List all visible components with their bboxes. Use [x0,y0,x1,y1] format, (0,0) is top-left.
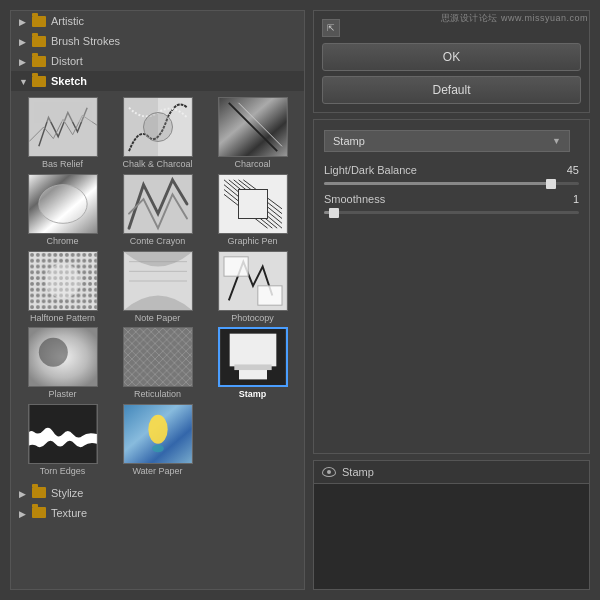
sidebar-item-stylize[interactable]: ▶ Stylize [11,483,304,503]
thumb-preview [218,174,288,234]
arrow-down-icon: ▼ [19,77,27,85]
sidebar-item-label: Sketch [51,75,87,87]
param-value: 45 [554,164,579,176]
arrow-icon: ▶ [19,17,27,25]
svg-rect-37 [234,365,271,371]
eye-icon[interactable] [322,467,336,477]
preview-label: Stamp [342,466,374,478]
thumb-preview [218,251,288,311]
preview-header: Stamp [314,461,589,484]
arrow-icon: ▶ [19,57,27,65]
filter-label: Conte Crayon [130,236,186,247]
filter-label: Torn Edges [40,466,86,477]
thumb-preview [218,97,288,157]
filter-charcoal[interactable]: Charcoal [207,97,298,170]
filter-label: Halftone Pattern [30,313,95,324]
svg-point-31 [38,338,67,367]
thumb-preview [123,327,193,387]
watermark: 思源设计论坛 www.missyuan.com [441,12,588,25]
param-value: 1 [554,193,579,205]
thumb-preview [123,251,193,311]
arrow-icon: ▶ [19,37,27,45]
thumb-preview [28,174,98,234]
svg-rect-28 [224,256,248,275]
filter-label: Reticulation [134,389,181,400]
settings-panel: Stamp ▼ Light/Dark Balance 45 Smoothness… [313,119,590,454]
filter-water-paper[interactable]: Water Paper [112,404,203,477]
thumb-preview [218,327,288,387]
filter-dropdown-row: Stamp ▼ [324,130,579,152]
folder-icon [32,487,46,498]
sidebar-item-texture[interactable]: ▶ Texture [11,503,304,523]
thumb-preview [28,251,98,311]
filter-graphic-pen[interactable]: Graphic Pen [207,174,298,247]
svg-rect-11 [124,175,192,233]
svg-rect-29 [257,285,281,304]
thumb-preview [123,97,193,157]
filter-label: Chalk & Charcoal [122,159,192,170]
filter-conte-crayon[interactable]: Conte Crayon [112,174,203,247]
filter-halftone[interactable]: Halftone Pattern [17,251,108,324]
folder-icon [32,76,46,87]
folder-icon [32,16,46,27]
sidebar-item-artistic[interactable]: ▶ Artistic [11,11,304,31]
sidebar-item-sketch[interactable]: ▼ Sketch [11,71,304,91]
preview-panel: Stamp [313,460,590,590]
filter-chrome[interactable]: Chrome [17,174,108,247]
sidebar-item-distort[interactable]: ▶ Distort [11,51,304,71]
filter-label: Bas Relief [42,159,83,170]
filter-reticulation[interactable]: Reticulation [112,327,203,400]
filter-label: Chrome [46,236,78,247]
filter-label: Stamp [239,389,267,400]
filter-chalk-charcoal[interactable]: Chalk & Charcoal [112,97,203,170]
filter-bas-relief[interactable]: Bas Relief [17,97,108,170]
arrow-icon: ▶ [19,489,27,497]
filter-torn-edges[interactable]: Torn Edges [17,404,108,477]
param-row-smoothness: Smoothness 1 [324,193,579,205]
slider-fill [324,182,554,185]
filter-label: Photocopy [231,313,274,324]
svg-point-4 [143,113,172,142]
smoothness-slider-track [324,211,579,214]
expand-button[interactable]: ⇱ [322,19,340,37]
preview-content [314,484,589,589]
smoothness-slider[interactable] [329,208,339,218]
filter-label: Water Paper [132,466,182,477]
sidebar-item-label: Brush Strokes [51,35,120,47]
ok-button[interactable]: OK [322,43,581,71]
light-dark-slider[interactable] [546,179,556,189]
svg-point-41 [152,445,164,453]
filter-label: Note Paper [135,313,181,324]
filter-note-paper[interactable]: Note Paper [112,251,203,324]
svg-rect-33 [124,328,192,386]
sidebar-item-label: Stylize [51,487,83,499]
svg-point-10 [38,184,86,223]
arrow-icon: ▶ [19,509,27,517]
thumb-preview [123,174,193,234]
filter-dropdown[interactable]: Stamp [324,130,570,152]
left-panel: ▶ Artistic ▶ Brush Strokes ▶ Distort ▼ S… [10,10,305,590]
thumbnails-grid: Bas Relief Chalk & Charcoal [11,91,304,483]
filter-label: Charcoal [234,159,270,170]
light-dark-slider-track [324,182,579,185]
default-button[interactable]: Default [322,76,581,104]
thumb-preview [28,327,98,387]
sidebar-item-brush-strokes[interactable]: ▶ Brush Strokes [11,31,304,51]
svg-point-25 [45,263,80,298]
folder-icon [32,36,46,47]
sidebar-item-label: Artistic [51,15,84,27]
param-row-light-dark: Light/Dark Balance 45 [324,164,579,176]
filter-stamp[interactable]: Stamp [207,327,298,400]
filter-label: Plaster [48,389,76,400]
svg-rect-1 [34,103,92,122]
bottom-tree: ▶ Stylize ▶ Texture [11,483,304,523]
filter-photocopy[interactable]: Photocopy [207,251,298,324]
param-label: Smoothness [324,193,550,205]
folder-icon [32,56,46,67]
filter-plaster[interactable]: Plaster [17,327,108,400]
svg-point-40 [148,415,167,444]
folder-icon [32,507,46,518]
svg-rect-35 [229,334,276,367]
top-buttons: OK Default [322,43,581,104]
sidebar-item-label: Texture [51,507,87,519]
